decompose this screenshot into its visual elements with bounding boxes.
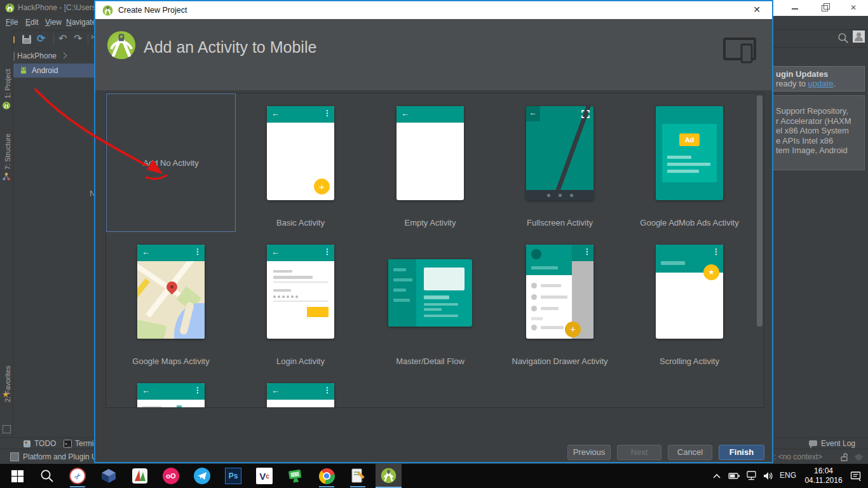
tray-chevron-icon[interactable] (712, 464, 722, 488)
editor-app-icon[interactable] (349, 468, 367, 484)
master-detail-thumbnail (388, 259, 472, 327)
update-link[interactable]: update (808, 79, 834, 88)
virtualbox-icon[interactable] (100, 468, 118, 484)
ide-title-bar: HackPhone - [C:\Users\ (0, 0, 94, 16)
nav-drawer-thumbnail: ⋮ + (526, 245, 593, 339)
activity-label: Fullscreen Activity (495, 218, 625, 227)
save-all-icon[interactable] (22, 35, 31, 44)
dialog-close-icon[interactable]: ✕ (753, 4, 761, 15)
activity-cell-login[interactable]: ←⋮ Login Activity (236, 232, 365, 370)
activity-cell-master-detail[interactable]: Master/Detail Flow (365, 232, 495, 370)
status-message[interactable]: Platform and Plugin Up (23, 452, 94, 461)
login-button-shape (307, 307, 329, 317)
cancel-button[interactable]: Cancel (668, 445, 712, 460)
user-avatar[interactable] (853, 30, 865, 43)
telegram-icon[interactable] (193, 468, 211, 484)
breadcrumb-project-name[interactable]: HackPhone (17, 51, 57, 60)
restore-button[interactable] (810, 0, 839, 16)
star-icon[interactable]: ★ (2, 390, 10, 399)
toolwindow-switcher-icon[interactable] (3, 425, 11, 433)
clock[interactable]: 16:04 04.11.2016 (799, 466, 848, 485)
chrome-icon[interactable] (318, 468, 336, 484)
volume-icon[interactable] (763, 464, 775, 488)
redo-icon[interactable]: ↷ (74, 32, 82, 44)
start-button[interactable] (8, 468, 26, 484)
activity-cell-maps[interactable]: ←⋮ Google Maps Activity (106, 232, 236, 370)
media-app-icon[interactable] (131, 468, 149, 484)
activity-cell-partial-1[interactable]: ←⋮ (106, 370, 236, 408)
activity-cell-add-no-activity[interactable]: Add No Activity (106, 93, 236, 232)
running-indicator (319, 486, 334, 487)
vnc-icon[interactable]: Vc (255, 468, 273, 484)
language-indicator[interactable]: ENG (780, 471, 796, 488)
plugin-updates-popup[interactable]: ugin Updates ready to update. (773, 66, 865, 92)
undo-icon[interactable]: ↶ (58, 32, 67, 44)
android-studio-taskbar-active[interactable] (376, 464, 402, 488)
oovoo-icon[interactable]: oO (162, 468, 180, 484)
event-log-button[interactable]: Event Log (821, 439, 855, 448)
minimize-button[interactable] (780, 0, 810, 16)
dialog-title: Create New Project (118, 6, 187, 15)
clock-time: 16:04 (799, 466, 848, 476)
menu-edit[interactable]: Edit (25, 18, 39, 27)
checkbox-icon (10, 452, 19, 461)
battery-icon[interactable] (728, 464, 741, 488)
next-button[interactable]: Next (617, 445, 661, 460)
search-button[interactable] (38, 468, 56, 484)
event-log-icon (808, 440, 818, 449)
activity-cell-empty[interactable]: ← Empty Activity (365, 93, 495, 232)
finish-button[interactable]: Finish (719, 445, 764, 460)
project-tree-selected-row[interactable]: Android (13, 64, 94, 78)
ad-badge: Ad (679, 133, 700, 146)
sdk-line: Support Repository, (776, 106, 864, 116)
ide-toolbar: ⟳ ↶ ↷ ✂ (0, 30, 94, 48)
remote-pc-icon[interactable] (287, 468, 304, 484)
menu-file[interactable]: File (6, 18, 18, 27)
android-robot-icon (19, 66, 28, 75)
grid-scrollbar[interactable] (757, 95, 763, 327)
activity-cell-admob[interactable]: Ad Google AdMob Ads Activity (625, 93, 754, 232)
activity-label: Add No Activity (107, 158, 235, 168)
tool-tab-structure[interactable]: 7: Structure (1, 120, 11, 170)
search-icon[interactable] (837, 32, 849, 44)
ide-status-bar: Platform and Plugin Up (0, 449, 94, 464)
sdk-notification-popup[interactable]: Support Repository, r Accelerator (HAXM … (773, 95, 865, 170)
activity-cell-scrolling[interactable]: ⋮ ★ Scrolling Activity (625, 232, 754, 370)
activity-cell-nav-drawer[interactable]: ⋮ + Navigation Drawer Activity (495, 232, 625, 370)
clock-date: 04.11.2016 (799, 476, 848, 485)
menu-navigate[interactable]: Navigate (66, 18, 96, 27)
previous-button[interactable]: Previous (567, 445, 611, 460)
overflow-menu-icon: ⋮ (712, 247, 720, 256)
network-icon[interactable] (746, 464, 757, 488)
back-arrow-icon: ← (271, 109, 280, 118)
back-arrow-icon: ← (271, 247, 280, 257)
structure-icon[interactable] (2, 172, 11, 181)
create-new-project-dialog: Create New Project ✕ Add an Activity to … (94, 0, 773, 463)
sync-icon[interactable]: ⟳ (37, 32, 45, 44)
sdk-line: e APIs Intel x86 (776, 136, 864, 146)
breadcrumb[interactable]: HackPhone (0, 50, 94, 64)
android-studio-tab-icon[interactable] (2, 101, 11, 110)
close-button[interactable]: ✕ (839, 0, 868, 16)
tool-window-strip: 1: Project 7: Structure 2: Favorites ★ (0, 30, 13, 437)
lock-icon[interactable] (840, 452, 848, 461)
fab-plus-icon: + (314, 179, 330, 194)
drawer-avatar (531, 249, 541, 259)
tab-todo[interactable]: TODO (34, 439, 56, 448)
sdk-line: el x86 Atom System (776, 126, 864, 136)
project-tree-item-android[interactable]: Android (32, 66, 58, 75)
activity-cell-basic[interactable]: ←⋮ + Basic Activity (236, 93, 365, 232)
incognito-icon[interactable] (854, 452, 864, 461)
photoshop-icon[interactable]: Ps (224, 468, 242, 484)
tool-tab-project[interactable]: 1: Project (1, 53, 11, 98)
activity-cell-fullscreen[interactable]: ← Fullscreen Activity (495, 93, 625, 232)
activity-label: Navigation Drawer Activity (495, 356, 625, 366)
dialog-title-bar[interactable]: Create New Project ✕ (95, 1, 772, 19)
menu-view[interactable]: View (45, 18, 62, 27)
fullscreen-icon (581, 110, 590, 118)
screenshot-app-icon[interactable]: ✂ (69, 468, 86, 484)
activity-cell-partial-2[interactable]: ←⋮ (236, 370, 365, 408)
maps-activity-thumbnail: ←⋮ (137, 245, 205, 339)
windows-taskbar: ✂ oO Ps Vc (0, 464, 868, 488)
action-center-icon[interactable] (850, 464, 862, 488)
